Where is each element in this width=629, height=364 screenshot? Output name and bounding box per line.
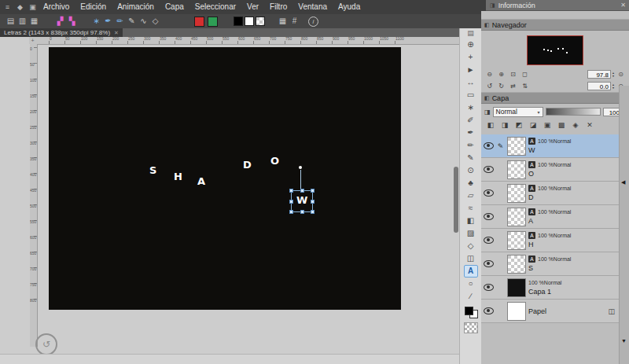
navigator-thumbnail[interactable] <box>527 35 583 65</box>
rotate-left-icon[interactable]: ↺ <box>484 82 495 90</box>
enable-mask-icon[interactable]: ▣ <box>541 120 554 131</box>
lock-layer-icon[interactable]: ◩ <box>513 120 525 131</box>
new-document-icon[interactable]: ▤ <box>5 16 17 27</box>
clear-attribute-icon[interactable]: ✕ <box>583 120 596 131</box>
transparent-color-chip[interactable] <box>256 17 265 26</box>
rotate-value-stepper[interactable]: ▴ ▾ <box>612 83 614 90</box>
eraser-tool[interactable]: ▱ <box>464 189 478 202</box>
figure-tool[interactable]: ◇ <box>464 240 478 252</box>
layer-row-d[interactable]: A 100 %Normal D <box>481 182 620 205</box>
foreground-background-chips[interactable] <box>465 307 477 318</box>
document-tab[interactable]: Letras 2 (1143 x 838px 350dpi 97.8%) ✕ <box>0 28 123 37</box>
lock-alpha-icon[interactable]: ◪ <box>527 120 539 131</box>
pencil-tool[interactable]: ✏ <box>464 139 478 152</box>
shape-command-icon[interactable]: ◇ <box>149 16 161 27</box>
eyedropper-tool[interactable]: ✐ <box>464 114 478 127</box>
foreground-chip[interactable] <box>465 307 473 315</box>
canvas-letter[interactable]: S <box>149 165 156 176</box>
layer-thumbnail[interactable] <box>507 160 526 179</box>
horizontal-scrollbar[interactable] <box>0 354 459 364</box>
layer-row-h[interactable]: A 100 %Normal H <box>481 229 620 252</box>
layer-thumbnail[interactable] <box>507 278 526 297</box>
canvas-letter[interactable]: A <box>197 176 205 187</box>
zoom-out-icon[interactable]: ⊖ <box>484 70 495 79</box>
menu-ver[interactable]: Ver <box>241 0 264 14</box>
vertical-scrollbar-thumb[interactable] <box>454 167 458 233</box>
fill-tool[interactable]: ◧ <box>464 215 478 227</box>
transform-handle[interactable] <box>289 200 293 204</box>
layer-scroll-down-icon[interactable]: ▼ <box>621 338 627 344</box>
menu-animacion[interactable]: Animación <box>112 0 160 14</box>
wand-command-icon[interactable]: ∗ <box>90 16 102 27</box>
open-document-icon[interactable]: ▥ <box>17 16 28 27</box>
balloon-tool[interactable]: ○ <box>464 278 478 290</box>
menu-archivo[interactable]: Archivo <box>38 0 75 14</box>
menu-filtro[interactable]: Filtro <box>264 0 292 14</box>
save-document-icon[interactable]: ▦ <box>28 16 40 27</box>
selection-tool[interactable]: ▭ <box>464 89 478 101</box>
layer-row-a[interactable]: A 100 %Normal A <box>481 205 620 229</box>
layer-thumbnail[interactable] <box>507 255 526 274</box>
layer-thumbnail[interactable] <box>507 302 526 321</box>
auto-select-tool[interactable]: ∗ <box>464 101 478 114</box>
layer-row-capa1[interactable]: 100 %Normal Capa 1 <box>481 276 620 300</box>
deselect-mode-icon[interactable]: ▚ <box>66 16 78 27</box>
blend-tool[interactable]: ≈ <box>464 202 478 215</box>
airbrush-tool[interactable]: ⊙ <box>464 164 478 177</box>
canvas-letter-selected[interactable]: W <box>296 195 307 206</box>
move-tool[interactable]: + <box>464 51 478 64</box>
layer-thumbnail[interactable] <box>507 208 526 226</box>
actual-size-icon[interactable]: ◻ <box>520 70 530 79</box>
transform-handle[interactable] <box>289 189 293 193</box>
correct-line-tool[interactable]: ∕ <box>464 290 478 303</box>
guides-toggle-icon[interactable]: # <box>289 16 300 27</box>
info-panel-header[interactable]: ◨ Información ✕ <box>486 0 629 11</box>
layer-thumbnail[interactable] <box>507 184 526 203</box>
app-menu-icon[interactable]: ≡ <box>2 3 13 11</box>
document-tab-close-icon[interactable]: ✕ <box>114 28 119 37</box>
layer-row-papel[interactable]: Papel ◫ <box>481 300 620 323</box>
zoom-value-stepper[interactable]: ▴ ▾ <box>612 72 614 78</box>
transform-handle[interactable] <box>300 210 304 214</box>
ruler-origin-icon[interactable]: + <box>29 37 36 44</box>
zoom-reset-icon[interactable]: ⊙ <box>616 70 626 79</box>
workspace-icon[interactable]: ◆ <box>15 3 25 11</box>
canvas-rotate-reset-button[interactable]: ↺ <box>35 333 57 354</box>
text-tool[interactable]: A <box>464 265 478 278</box>
zoom-value-field[interactable]: 97.8 <box>587 70 611 79</box>
info-panel-close-icon[interactable]: ✕ <box>620 2 626 9</box>
blend-mode-select[interactable]: Normal ▾ <box>493 107 543 117</box>
flip-horizontal-icon[interactable]: ⇄ <box>508 82 518 90</box>
menu-seleccionar[interactable]: Seleccionar <box>189 0 241 14</box>
rotate-step-down-icon[interactable]: ▾ <box>612 86 614 90</box>
panel-collapse-left-icon[interactable]: ◀ <box>621 179 625 185</box>
lasso-command-icon[interactable]: ∿ <box>138 16 149 27</box>
menu-capa[interactable]: Capa <box>160 0 189 14</box>
set-reference-icon[interactable]: ◈ <box>569 120 582 131</box>
layer-row-w[interactable]: ✎ A 100 %Normal W <box>481 134 620 158</box>
layer-move-tool[interactable]: ↔ <box>464 76 478 89</box>
fit-to-window-icon[interactable]: ⊡ <box>508 70 518 79</box>
grid-toggle-icon[interactable]: ▦ <box>277 16 289 27</box>
opacity-slider[interactable] <box>546 108 601 116</box>
palette-combo-icon[interactable]: ◨ <box>484 108 491 116</box>
transform-bounding-box[interactable]: W <box>291 190 313 212</box>
zoom-step-down-icon[interactable]: ▾ <box>612 75 614 78</box>
layer-panel-header[interactable]: ◧ Capa <box>481 92 629 104</box>
zoom-in-icon[interactable]: ⊕ <box>496 70 506 79</box>
visibility-eye-icon[interactable] <box>484 307 494 314</box>
canvas-letter[interactable]: H <box>174 171 182 182</box>
gradient-tool[interactable]: ▨ <box>464 227 478 240</box>
visibility-eye-icon[interactable] <box>484 142 494 149</box>
visibility-eye-icon[interactable] <box>484 166 494 173</box>
menu-ayuda[interactable]: Ayuda <box>333 0 366 14</box>
transform-handle[interactable] <box>311 200 314 204</box>
operation-tool[interactable]: ► <box>464 64 478 76</box>
visibility-eye-icon[interactable] <box>484 213 494 220</box>
dock-panel-icon[interactable]: ▤ <box>464 28 478 39</box>
transform-handle[interactable] <box>289 210 293 214</box>
zoom-tool[interactable]: ⊕ <box>464 39 478 51</box>
marker-command-icon[interactable]: ✎ <box>126 16 138 27</box>
canvas[interactable]: S H A D O W <box>49 47 401 310</box>
layer-color-icon[interactable]: ◧ <box>484 120 497 131</box>
